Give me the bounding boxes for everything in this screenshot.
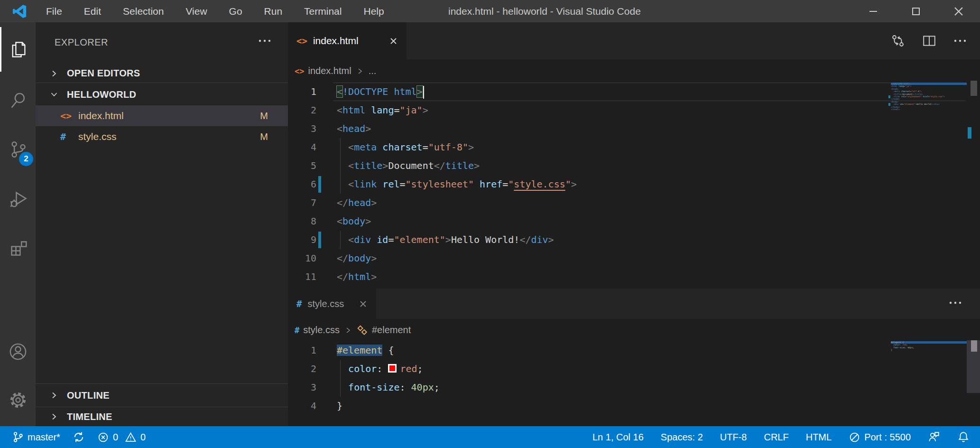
menu-run[interactable]: Run	[253, 0, 294, 22]
sync-icon	[73, 431, 85, 443]
code-line-8[interactable]: 8<body>	[288, 212, 980, 231]
scrollbar-slider[interactable]	[971, 340, 977, 352]
explorer-icon[interactable]	[0, 27, 36, 72]
line-number: 11	[288, 268, 316, 286]
explorer-more-actions-icon[interactable]	[258, 38, 271, 43]
code-editor-html[interactable]: 1<!DOCTYPE html>2<html lang="ja">3<head>…	[288, 83, 980, 286]
source-control-icon[interactable]: 2	[0, 127, 36, 172]
menu-file[interactable]: File	[35, 0, 73, 22]
close-tab-icon[interactable]	[352, 299, 368, 308]
tab-style-css[interactable]: # style.css	[288, 289, 376, 319]
chevron-right-icon	[50, 412, 58, 421]
menu-selection[interactable]: Selection	[112, 0, 175, 22]
menu-bar: FileEditSelectionViewGoRunTerminalHelp	[35, 0, 395, 22]
notifications-bell-item[interactable]	[957, 431, 970, 443]
timeline-label: TIMELINE	[67, 411, 112, 422]
title-bar: FileEditSelectionViewGoRunTerminalHelp i…	[0, 0, 980, 22]
search-icon[interactable]	[0, 78, 36, 122]
line-number: 10	[288, 249, 316, 268]
settings-gear-icon[interactable]	[0, 378, 36, 422]
code-line-6[interactable]: 6 <link rel="stylesheet" href="style.css…	[288, 175, 980, 194]
circle-slash-icon	[849, 431, 860, 443]
more-actions-icon[interactable]	[945, 297, 966, 309]
editor-actions	[891, 22, 967, 59]
folder-label: HELLOWORLD	[67, 89, 136, 100]
line-number: 1	[288, 341, 316, 360]
minimap-line: }	[891, 349, 967, 351]
indentation-item[interactable]: Spaces: 2	[661, 432, 703, 443]
code-line-4[interactable]: 4}	[288, 397, 980, 415]
code-line-7[interactable]: 7</head>	[288, 194, 980, 212]
line-number: 3	[288, 378, 316, 397]
chevron-down-icon	[50, 90, 58, 99]
scrollbar-slider[interactable]	[971, 81, 977, 96]
code-line-2[interactable]: 2 color: red;	[288, 360, 980, 378]
menu-edit[interactable]: Edit	[73, 0, 112, 22]
css-file-icon: #	[295, 326, 299, 335]
live-server-port-item[interactable]: Port : 5500	[849, 431, 911, 443]
account-icon[interactable]	[0, 329, 36, 374]
timeline-section[interactable]: TIMELINE	[36, 407, 288, 426]
code-line-10[interactable]: 10</body>	[288, 249, 980, 268]
breadcrumb-file[interactable]: style.css	[303, 325, 340, 336]
close-window-button[interactable]	[937, 0, 980, 22]
code-editor-css[interactable]: 1#element {2 color: red;3 font-size: 40p…	[288, 341, 980, 415]
more-actions-icon[interactable]	[953, 38, 967, 43]
feedback-item[interactable]	[928, 431, 940, 443]
outline-section[interactable]: OUTLINE	[36, 383, 288, 407]
eol-item[interactable]: CRLF	[764, 432, 788, 443]
problems-item[interactable]: 0 0	[97, 431, 146, 443]
explorer-title: EXPLORER	[55, 37, 108, 48]
code-line-3[interactable]: 3 font-size: 40px;	[288, 378, 980, 397]
error-count: 0	[113, 432, 118, 443]
color-swatch-red[interactable]	[388, 364, 397, 373]
line-number: 8	[288, 212, 316, 231]
maximize-button[interactable]	[895, 0, 937, 22]
breadcrumb-symbol[interactable]: #element	[372, 325, 411, 336]
git-branch-item[interactable]: master*	[12, 431, 60, 443]
line-number: 2	[288, 101, 316, 120]
git-modified-gutter-marker	[318, 232, 321, 248]
menu-go[interactable]: Go	[218, 0, 253, 22]
open-editors-label: OPEN EDITORS	[67, 68, 140, 79]
folder-section[interactable]: HELLOWORLD	[36, 84, 288, 105]
menu-terminal[interactable]: Terminal	[293, 0, 352, 22]
minimize-button[interactable]	[852, 0, 895, 22]
open-changes-icon[interactable]	[891, 34, 905, 48]
menu-help[interactable]: Help	[352, 0, 395, 22]
line-number: 1	[288, 83, 316, 101]
chevron-right-icon	[344, 327, 352, 334]
breadcrumb-file[interactable]: index.html	[308, 65, 351, 76]
file-item-index.html[interactable]: <>index.htmlM	[36, 105, 288, 126]
git-branch-icon	[12, 431, 24, 443]
language-mode-item[interactable]: HTML	[806, 432, 832, 443]
menu-view[interactable]: View	[175, 0, 218, 22]
indent-guide	[340, 360, 341, 378]
split-editor-icon[interactable]	[922, 34, 936, 48]
sync-item[interactable]	[73, 431, 85, 443]
file-item-style.css[interactable]: #style.cssM	[36, 126, 288, 147]
code-line-1[interactable]: 1#element {	[288, 341, 980, 360]
code-line-1[interactable]: 1<!DOCTYPE html>	[288, 83, 980, 101]
encoding-item[interactable]: UTF-8	[720, 432, 747, 443]
code-line-5[interactable]: 5 <title>Document</title>	[288, 157, 980, 175]
line-number: 4	[288, 397, 316, 415]
code-line-3[interactable]: 3<head>	[288, 120, 980, 138]
code-line-2[interactable]: 2<html lang="ja">	[288, 101, 980, 120]
cursor-position-item[interactable]: Ln 1, Col 16	[592, 432, 644, 443]
code-line-4[interactable]: 4 <meta charset="utf-8">	[288, 138, 980, 157]
minimap[interactable]: #element { color: red; font-size: 40px;}	[891, 341, 967, 352]
feedback-icon	[928, 431, 940, 443]
close-tab-icon[interactable]	[382, 37, 398, 46]
minimap-modified-marker	[888, 103, 890, 106]
code-line-11[interactable]: 11</html>	[288, 268, 980, 286]
open-editors-section[interactable]: OPEN EDITORS	[36, 64, 288, 83]
extensions-icon[interactable]	[0, 226, 36, 271]
run-debug-icon[interactable]	[0, 177, 36, 222]
tab-index-html[interactable]: <> index.html	[288, 22, 407, 59]
code-line-9[interactable]: 9 <div id="element">Hello World!</div>	[288, 231, 980, 249]
minimap[interactable]: <!DOCTYPE html><html lang="ja"><head> <m…	[891, 83, 967, 111]
breadcrumb-rest[interactable]: ...	[369, 65, 377, 76]
css-file-icon: #	[60, 131, 76, 142]
overview-modified-marker	[968, 127, 971, 139]
